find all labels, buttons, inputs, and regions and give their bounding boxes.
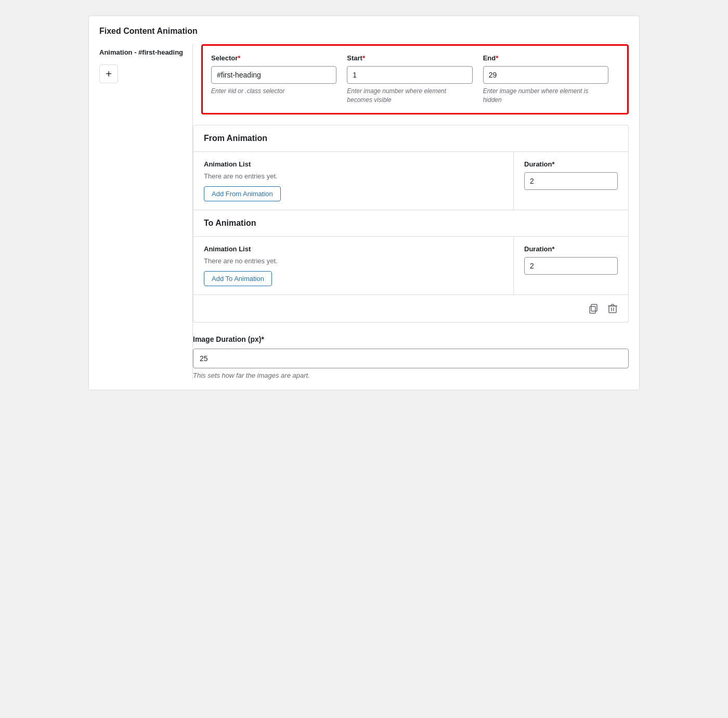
start-hint: Enter image number where element becomes… <box>347 87 472 105</box>
to-animation-body: Animation List There are no entries yet.… <box>193 237 628 294</box>
delete-button[interactable] <box>605 301 620 316</box>
from-animation-header: From Animation <box>193 125 628 152</box>
trash-icon <box>607 303 618 314</box>
image-duration-hint: This sets how far the images are apart. <box>193 371 629 379</box>
sidebar-animation-item[interactable]: Animation - #first-heading <box>99 44 184 60</box>
from-animation-no-entries: There are no entries yet. <box>204 172 503 180</box>
to-animation-list-col: Animation List There are no entries yet.… <box>193 237 514 294</box>
image-duration-section: Image Duration (px)* This sets how far t… <box>193 335 629 379</box>
from-animation-list-label: Animation List <box>204 160 503 168</box>
svg-line-7 <box>614 304 614 306</box>
sidebar: Animation - #first-heading + <box>99 44 193 379</box>
end-input[interactable] <box>483 66 608 84</box>
from-animation-list-col: Animation List There are no entries yet.… <box>193 152 514 210</box>
from-animation-body: Animation List There are no entries yet.… <box>193 152 628 210</box>
from-animation-block: From Animation Animation List There are … <box>193 125 629 210</box>
image-duration-label: Image Duration (px)* <box>193 335 629 343</box>
to-animation-block: To Animation Animation List There are no… <box>193 210 629 323</box>
to-duration-label: Duration* <box>524 245 618 253</box>
copy-icon <box>588 303 598 314</box>
content-area: Selector* Enter #id or .class selector S… <box>193 44 629 379</box>
from-duration-label: Duration* <box>524 160 618 168</box>
selector-label: Selector* <box>211 54 336 62</box>
selector-hint: Enter #id or .class selector <box>211 87 336 96</box>
start-input[interactable] <box>347 66 472 84</box>
to-animation-no-entries: There are no entries yet. <box>204 257 503 265</box>
from-animation-title: From Animation <box>204 134 618 143</box>
selector-input[interactable] <box>211 66 336 84</box>
to-animation-header: To Animation <box>193 210 628 237</box>
svg-rect-0 <box>590 306 595 313</box>
to-animation-duration-col: Duration* <box>514 237 628 294</box>
from-duration-input[interactable] <box>524 172 618 190</box>
image-duration-input[interactable] <box>193 349 629 368</box>
from-animation-duration-col: Duration* <box>514 152 628 210</box>
end-field-group: End* Enter image number where element is… <box>483 54 619 105</box>
svg-rect-2 <box>609 306 616 313</box>
to-animation-list-label: Animation List <box>204 245 503 253</box>
svg-rect-1 <box>591 304 597 311</box>
add-to-animation-button[interactable]: Add To Animation <box>204 271 272 286</box>
start-field-group: Start* Enter image number where element … <box>347 54 483 105</box>
to-animation-title: To Animation <box>204 219 618 228</box>
sidebar-add-button[interactable]: + <box>99 65 118 83</box>
action-row <box>193 294 628 322</box>
add-from-animation-button[interactable]: Add From Animation <box>204 186 281 201</box>
start-label: Start* <box>347 54 472 62</box>
copy-button[interactable] <box>586 301 600 316</box>
selector-field-group: Selector* Enter #id or .class selector <box>211 54 347 105</box>
selector-panel: Selector* Enter #id or .class selector S… <box>201 44 629 114</box>
to-duration-input[interactable] <box>524 257 618 275</box>
svg-line-6 <box>611 304 612 306</box>
panel-title: Fixed Content Animation <box>99 27 629 36</box>
end-hint: Enter image number where element is hidd… <box>483 87 608 105</box>
end-label: End* <box>483 54 608 62</box>
